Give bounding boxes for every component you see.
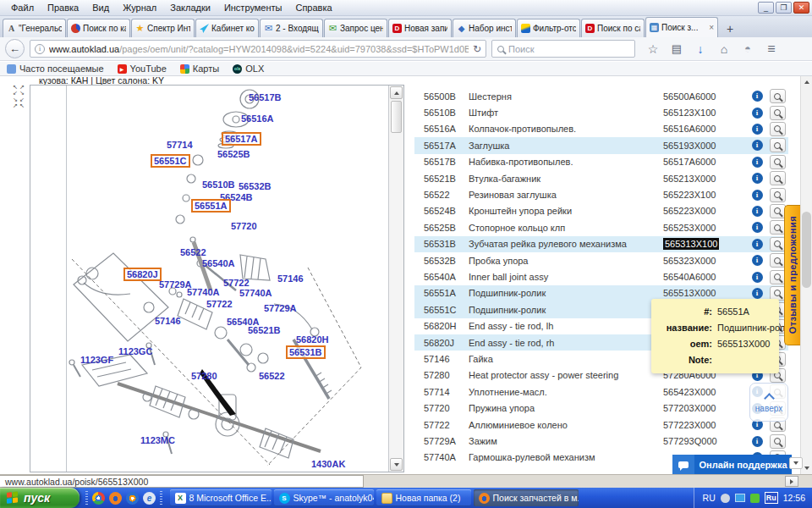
diagram-part-label[interactable]: 1123GF <box>80 355 113 365</box>
info-icon[interactable]: i <box>752 91 763 102</box>
diagram-part-label[interactable]: 56820J <box>123 268 162 281</box>
part-search-button[interactable] <box>770 237 786 251</box>
diagram-part-label[interactable]: 56551A <box>191 199 231 213</box>
table-row[interactable]: 56522Резиновая заглушка565223X100i <box>414 186 788 202</box>
info-icon[interactable]: i <box>752 206 763 217</box>
diagram-part-label[interactable]: 57720 <box>231 221 257 231</box>
diagram-part-label[interactable]: 57722 <box>206 299 233 309</box>
diagram-part-label[interactable]: 56510B <box>202 179 235 190</box>
table-row[interactable]: 56532BПробка упора565323X000i <box>414 252 788 268</box>
diagram-part-label[interactable]: 56531B <box>286 345 326 359</box>
bookmarks-icon[interactable] <box>669 41 684 57</box>
menu-item[interactable]: Закладки <box>164 2 217 14</box>
part-search-button[interactable] <box>770 138 786 152</box>
info-icon[interactable]: i <box>752 222 763 233</box>
diagram-part-label[interactable]: 1123GC <box>118 346 152 356</box>
pocket-icon[interactable] <box>740 41 755 57</box>
scroll-down-button[interactable] <box>789 457 803 469</box>
part-search-button[interactable] <box>770 89 786 103</box>
back-to-top-button[interactable]: наверх <box>749 383 788 422</box>
part-search-button[interactable] <box>770 171 786 185</box>
menu-item[interactable]: Справка <box>289 2 337 14</box>
chrome-icon[interactable] <box>92 492 105 505</box>
tab[interactable]: Кабинет ко... <box>195 19 259 37</box>
diagram-part-label[interactable]: 56551C <box>151 154 190 168</box>
info-icon[interactable]: i <box>752 272 763 283</box>
table-row[interactable]: 57729AЗажим577293Q000i <box>414 433 788 449</box>
diagram-scroll-thumb[interactable] <box>391 101 402 133</box>
language-bar-icon[interactable]: Ru <box>765 492 778 504</box>
bookmark-item[interactable]: Карты <box>180 64 219 74</box>
close-button[interactable]: ✕ <box>793 2 809 14</box>
quick-launch-handle[interactable] <box>160 491 162 505</box>
table-row[interactable]: 56517BНабивка-противопылев.56517A6000i <box>414 154 788 170</box>
info-icon[interactable]: i <box>752 157 763 168</box>
menu-item[interactable]: Правка <box>41 2 85 14</box>
diagram-part-label[interactable]: 57722 <box>223 278 250 288</box>
minimize-button[interactable]: _ <box>758 2 774 14</box>
reload-icon[interactable]: ↻ <box>473 43 481 55</box>
tab[interactable]: Запрос цен ... <box>324 19 387 37</box>
diagram-part-label[interactable]: 56522 <box>259 371 285 381</box>
table-row[interactable]: 57714Уплотнение-масл.565423X000i <box>414 384 788 400</box>
diagram-part-label[interactable]: 56522 <box>180 247 206 257</box>
diagram-part-label[interactable]: 56516A <box>241 113 274 124</box>
taskbar-task[interactable]: 8 Microsoft Office E...▾ <box>170 489 272 506</box>
part-search-button[interactable] <box>770 253 786 268</box>
diagram-scroll-down-icon[interactable] <box>390 458 403 471</box>
info-icon[interactable]: i <box>752 173 763 184</box>
table-row[interactable]: 56500BШестерня56500A6000i <box>414 88 788 104</box>
diagram-part-label[interactable]: 1123MC <box>140 435 175 445</box>
back-button[interactable]: ← <box>5 39 25 58</box>
tab[interactable]: Спектр Инт... <box>131 19 195 37</box>
parts-diagram[interactable]: 56517B56516A56517A5771456525B56551C56510… <box>67 86 389 472</box>
part-search-button[interactable] <box>770 204 786 218</box>
taskbar-task[interactable]: Новая папка (2) <box>376 489 471 506</box>
tab[interactable]: Поиск по ка... <box>67 19 130 37</box>
diagram-part-label[interactable]: 57740A <box>187 287 220 297</box>
table-row[interactable]: 56524BКронштейн упора рейки565223X000i <box>414 203 788 219</box>
info-icon[interactable]: i <box>752 436 763 447</box>
diagram-part-label[interactable]: 57146 <box>155 316 181 326</box>
part-search-button[interactable] <box>770 434 786 449</box>
site-info-icon[interactable]: i <box>35 44 45 54</box>
diagram-part-label[interactable]: 56525B <box>217 149 250 159</box>
table-row[interactable]: 56521BВтулка-багажник565213X000i <box>414 170 788 186</box>
bookmark-item[interactable]: YouTube <box>118 64 167 74</box>
table-row[interactable]: 56540AInner ball joint assy56540A6000i <box>414 268 788 284</box>
tab[interactable]: Набор инст... <box>453 19 516 37</box>
menu-icon[interactable] <box>764 41 779 57</box>
diagram-part-label[interactable]: 57740A <box>239 288 272 298</box>
diagram-part-label[interactable]: 57714 <box>167 140 193 150</box>
menu-item[interactable]: Вид <box>86 2 115 14</box>
table-row[interactable]: 56525BСтопорное кольцо клп565253X000i <box>414 219 788 235</box>
diagram-part-label[interactable]: 57729A <box>264 303 297 313</box>
quick-launch-handle[interactable] <box>85 491 88 505</box>
table-row[interactable]: 56517AЗаглушка565193X000i <box>414 137 788 153</box>
restore-button[interactable]: ❐ <box>776 2 792 14</box>
diagram-part-label[interactable]: 57280 <box>191 371 217 381</box>
scroll-right-icon[interactable] <box>785 476 798 487</box>
part-search-button[interactable] <box>770 270 786 284</box>
url-bar[interactable]: i www.autoklad.ua/pages/oem/unit/?catalo… <box>30 40 486 58</box>
tab-active[interactable]: Поиск з...× <box>645 17 718 37</box>
tab[interactable]: Новая запись <box>388 19 452 37</box>
diagram-part-label[interactable]: 56532B <box>239 181 272 191</box>
part-search-button[interactable] <box>770 188 786 202</box>
network-icon[interactable] <box>735 494 745 502</box>
scroll-thumb[interactable] <box>802 212 811 288</box>
tab[interactable]: Поиск по са... <box>581 19 645 37</box>
table-row[interactable]: 56510BШтифт565123X100i <box>414 104 788 120</box>
media-player-icon[interactable] <box>126 492 139 505</box>
collapse-diagram-icon[interactable]: ↘↙↗↖ <box>12 97 27 108</box>
table-row[interactable]: 56531BЗубчатая рейка рулевого механизма5… <box>414 236 788 252</box>
info-icon[interactable]: i <box>752 140 763 151</box>
info-icon[interactable]: i <box>752 190 763 201</box>
diagram-part-label[interactable]: 56521B <box>248 325 281 335</box>
part-search-button[interactable] <box>770 122 786 136</box>
table-row[interactable]: 57720Пружина упора577203X000i <box>414 400 788 417</box>
part-search-button[interactable] <box>770 155 786 169</box>
taskbar-task[interactable]: Поиск запчастей в м... <box>474 489 579 506</box>
download-icon[interactable] <box>693 41 708 57</box>
menu-item[interactable]: Инструменты <box>218 2 288 14</box>
